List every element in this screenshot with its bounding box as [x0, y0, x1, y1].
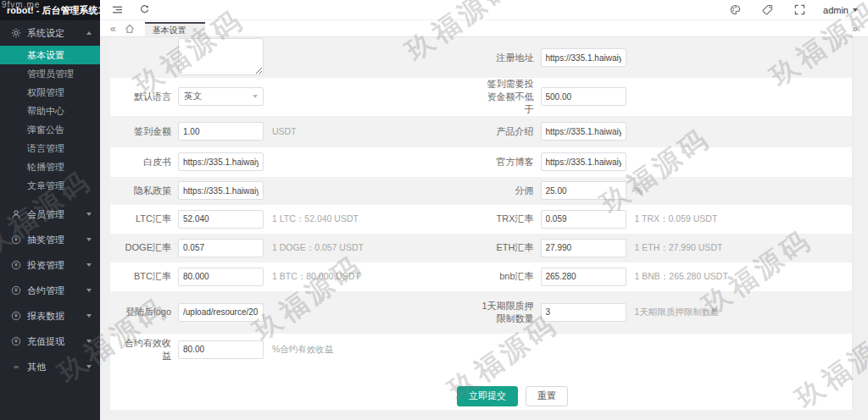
sidebar-group-label: 充值提现	[27, 335, 64, 348]
sidebar-group-4[interactable]: ¥合约管理	[0, 278, 100, 303]
sidebar-item-0-2[interactable]: 权限管理	[0, 83, 100, 102]
chevron-down-icon	[86, 340, 92, 343]
field-control	[541, 303, 626, 322]
sidebar-group-label: 投资管理	[27, 259, 64, 272]
sidebar-item-0-6[interactable]: 轮播管理	[0, 158, 100, 176]
field-input[interactable]	[178, 122, 264, 141]
field-input[interactable]	[541, 122, 626, 141]
coin-icon: ¥	[11, 311, 21, 321]
sidebar-group-label: 系统设定	[27, 27, 64, 40]
form-cell-right-7: bnb汇率1 BNB：265.280 USDT	[481, 262, 853, 291]
svg-text:¥: ¥	[14, 236, 18, 242]
form-row-0: 注册地址	[110, 37, 852, 78]
field-control	[178, 268, 264, 286]
form-cell-left-5: LTC汇率1 LTC：52.040 USDT	[110, 205, 481, 234]
sidebar-group-2[interactable]: ¥抽奖管理	[0, 227, 100, 252]
field-label: 白皮书	[119, 156, 171, 169]
field-input[interactable]	[541, 87, 626, 106]
sidebar-item-0-1[interactable]: 管理员管理	[0, 64, 100, 83]
gear-icon	[11, 28, 21, 38]
sidebar-item-0-4[interactable]: 弹窗公告	[0, 120, 100, 139]
field-label: LTC汇率	[119, 213, 171, 225]
sidebar-item-0-5[interactable]: 语言管理	[0, 139, 100, 158]
sidebar-group-3[interactable]: ¥投资管理	[0, 252, 100, 278]
form-row-6: DOGE汇率1 DOGE：0.057 USDTETH汇率1 ETH：27.990…	[110, 234, 852, 262]
app-logo: robot! - 后台管理系统11	[0, 0, 100, 20]
home-icon[interactable]	[125, 24, 135, 34]
field-label: 官方博客	[481, 156, 534, 169]
fullscreen-icon[interactable]	[793, 3, 806, 17]
sidebar-item-0-7[interactable]: 文章管理	[0, 176, 100, 195]
topbar: admin	[100, 0, 868, 20]
sidebar-group-7[interactable]: ∞其他	[0, 354, 100, 379]
form-cell-right-1: 签到需要投资金额不低于	[481, 78, 853, 116]
tabs-scroll-right[interactable]: »	[849, 24, 861, 34]
tag-icon[interactable]	[760, 3, 774, 17]
field-input[interactable]	[178, 152, 264, 171]
field-hint: 1天期限质押限制数量	[635, 307, 720, 318]
field-input[interactable]	[178, 340, 264, 359]
field-label: 默认语言	[119, 91, 171, 103]
chevron-down-icon	[86, 238, 92, 241]
form-cell-left-3: 白皮书	[110, 147, 481, 177]
collapse-menu-icon[interactable]	[110, 3, 124, 17]
field-control	[541, 122, 626, 141]
field-input[interactable]	[541, 210, 626, 229]
field-input[interactable]	[541, 303, 626, 322]
field-input[interactable]	[178, 268, 264, 286]
form-row-9: 合约有效收益%合约有效收益	[110, 334, 852, 366]
form-cell-left-1: 默认语言英文	[110, 78, 481, 116]
reset-button[interactable]: 重置	[526, 386, 568, 406]
field-input[interactable]	[178, 239, 264, 257]
form-row-7: BTC汇率1 BTC：80.000 USDTbnb汇率1 BNB：265.280…	[110, 262, 852, 291]
close-tab-icon[interactable]: ×	[192, 26, 198, 35]
field-control	[541, 181, 626, 200]
field-label: BTC汇率	[119, 270, 171, 283]
refresh-icon[interactable]	[137, 3, 151, 17]
coin-icon: ¥	[11, 235, 21, 245]
tab-basic-settings[interactable]: 基本设置 ×	[145, 22, 205, 36]
chevron-down-icon	[86, 263, 92, 267]
chevron-down-icon	[86, 289, 92, 292]
sidebar-group-1[interactable]: 会员管理	[0, 202, 100, 227]
form-cell-left-0	[110, 37, 481, 78]
field-input[interactable]	[541, 268, 626, 286]
field-input[interactable]	[178, 181, 264, 200]
field-label: 登陆后logo	[119, 306, 171, 318]
field-label: DOGE汇率	[119, 241, 171, 254]
tabs-scroll-left[interactable]: «	[107, 24, 120, 34]
language-select[interactable]: 英文	[178, 87, 264, 106]
form-cell-left-4: 隐私政策	[110, 177, 481, 205]
form-cell-left-9: 合约有效收益%合约有效收益	[110, 334, 481, 366]
select-value: 英文	[184, 91, 202, 102]
svg-text:¥: ¥	[14, 287, 18, 293]
field-label: bnb汇率	[481, 270, 534, 283]
chevron-down-icon	[86, 365, 92, 368]
user-icon	[11, 209, 21, 219]
chevron-down-icon	[853, 8, 858, 12]
form-row-3: 白皮书官方博客	[110, 147, 852, 177]
infinity-icon: ∞	[11, 362, 21, 372]
sidebar-item-0-0[interactable]: 基本设置	[0, 46, 100, 64]
submit-button[interactable]: 立即提交	[457, 386, 518, 406]
field-input[interactable]	[178, 303, 264, 322]
form-row-2: 签到金额USDT产品介绍	[110, 116, 852, 147]
field-input[interactable]	[541, 152, 626, 171]
user-name: admin	[823, 5, 849, 15]
sidebar-group-6[interactable]: ¥充值提现	[0, 329, 100, 354]
sidebar-group-5[interactable]: ¥报表数据	[0, 303, 100, 329]
chevron-down-icon	[253, 95, 258, 98]
sidebar-group-0[interactable]: 系统设定	[0, 20, 100, 46]
user-menu[interactable]: admin	[823, 5, 858, 15]
field-input[interactable]	[541, 48, 626, 67]
field-input[interactable]	[541, 239, 626, 257]
field-input[interactable]	[541, 181, 626, 200]
form-cell-right-2: 产品介绍	[481, 116, 853, 147]
palette-icon[interactable]	[728, 3, 742, 17]
form-actions: 立即提交 重置	[110, 386, 852, 406]
topbar-right: admin	[709, 3, 858, 17]
field-control	[178, 239, 264, 257]
sidebar-item-0-3[interactable]: 帮助中心	[0, 102, 100, 120]
field-textarea[interactable]	[178, 38, 264, 75]
field-input[interactable]	[178, 210, 264, 229]
